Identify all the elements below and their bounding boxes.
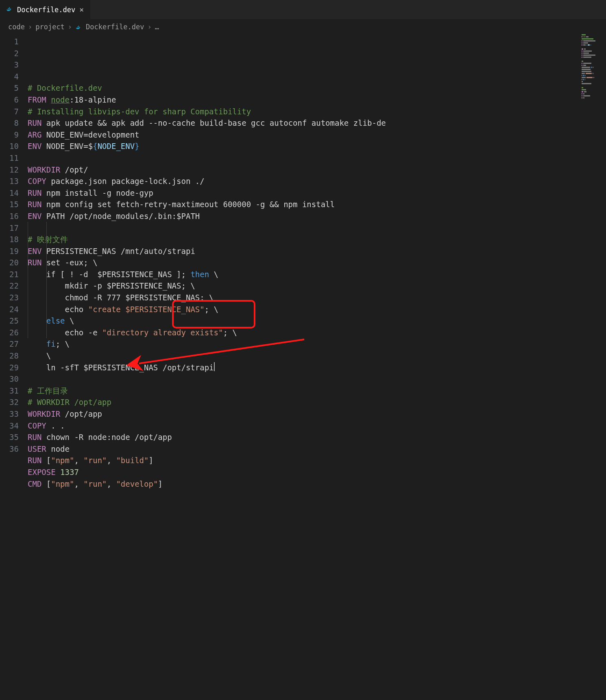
code-line[interactable]: RUN npm config set fetch-retry-maxtimeou… [28,199,606,210]
code-line[interactable] [28,373,606,385]
tab-bar: Dockerfile.dev × [0,0,606,20]
line-number: 10 [0,140,19,152]
minimap[interactable] [582,34,604,99]
breadcrumb[interactable]: code › project › Dockerfile.dev › … [0,20,606,34]
line-number: 15 [0,199,19,210]
line-number: 34 [0,420,19,432]
line-number: 29 [0,362,19,374]
code-content[interactable]: # Dockerfile.devFROM node:18-alpine# Ins… [28,36,606,501]
line-number: 31 [0,385,19,397]
code-line[interactable] [28,222,606,234]
chevron-right-icon: › [68,23,72,31]
code-line[interactable]: WORKDIR /opt/ [28,164,606,176]
line-number: 14 [0,187,19,199]
code-line[interactable]: ln -sfT $PERSISTENCE_NAS /opt/strapi [28,362,606,374]
editor-tab-active[interactable]: Dockerfile.dev × [0,0,91,19]
code-line[interactable]: RUN ["npm", "run", "build"] [28,455,606,466]
code-line[interactable]: \ [28,350,606,362]
line-number-gutter: 1234567891011121314151617181920212223242… [0,36,28,501]
code-line[interactable]: echo -e "directory already exists"; \ [28,327,606,339]
code-editor[interactable]: 1234567891011121314151617181920212223242… [0,34,606,501]
line-number: 36 [0,443,19,455]
line-number: 9 [0,129,19,141]
line-number: 19 [0,245,19,257]
line-number: 2 [0,48,19,59]
code-line[interactable]: RUN set -eux; \ [28,257,606,269]
code-line[interactable]: CMD ["npm", "run", "develop"] [28,478,606,490]
text-cursor [214,362,215,371]
line-number: 20 [0,257,19,269]
docker-icon [6,5,14,15]
docker-icon [75,23,83,31]
line-number: 25 [0,315,19,327]
code-line[interactable]: fi; \ [28,338,606,350]
code-line[interactable]: COPY package.json package-lock.json ./ [28,175,606,187]
chevron-right-icon: › [147,23,151,31]
code-line[interactable]: USER node [28,443,606,455]
code-line[interactable]: chmod -R 777 $PERSISTENCE_NAS; \ [28,292,606,304]
line-number: 5 [0,82,19,94]
line-number: 21 [0,269,19,280]
code-line[interactable]: ARG NODE_ENV=development [28,129,606,141]
code-line[interactable]: # 映射文件 [28,234,606,245]
breadcrumb-segment[interactable]: project [35,23,65,31]
code-line[interactable]: else \ [28,315,606,327]
code-line[interactable]: WORKDIR /opt/app [28,408,606,420]
breadcrumb-segment[interactable]: Dockerfile.dev [86,23,144,31]
line-number: 33 [0,408,19,420]
line-number: 7 [0,106,19,118]
line-number: 23 [0,292,19,304]
code-line[interactable]: EXPOSE 1337 [28,466,606,478]
code-line[interactable]: # WORKDIR /opt/app [28,396,606,408]
line-number: 24 [0,304,19,315]
line-number: 13 [0,175,19,187]
line-number: 1 [0,36,19,48]
close-icon[interactable]: × [78,5,85,14]
code-line[interactable]: # 工作目录 [28,385,606,397]
line-number: 18 [0,234,19,245]
breadcrumb-segment[interactable]: … [155,23,159,31]
line-number: 4 [0,71,19,83]
line-number: 32 [0,396,19,408]
breadcrumb-segment[interactable]: code [8,23,25,31]
code-line[interactable]: FROM node:18-alpine [28,94,606,106]
line-number: 22 [0,280,19,292]
code-line[interactable]: if [ ! -d $PERSISTENCE_NAS ]; then \ [28,269,606,280]
line-number: 30 [0,373,19,385]
code-line[interactable]: RUN apk update && apk add --no-cache bui… [28,117,606,129]
code-line[interactable]: # Dockerfile.dev [28,82,606,94]
code-line[interactable]: echo "create $PERSISTENCE_NAS"; \ [28,304,606,315]
line-number: 3 [0,59,19,71]
tab-filename: Dockerfile.dev [17,6,75,14]
code-line[interactable]: ENV PERSISTENCE_NAS /mnt/auto/strapi [28,245,606,257]
line-number: 26 [0,327,19,339]
line-number: 11 [0,152,19,164]
code-line[interactable]: # Installing libvips-dev for sharp Compa… [28,106,606,118]
code-line[interactable]: RUN chown -R node:node /opt/app [28,431,606,443]
line-number: 28 [0,350,19,362]
code-line[interactable]: ENV PATH /opt/node_modules/.bin:$PATH [28,210,606,222]
line-number: 17 [0,222,19,234]
line-number: 27 [0,338,19,350]
line-number: 8 [0,117,19,129]
code-line[interactable]: ENV NODE_ENV=${NODE_ENV} [28,140,606,152]
code-line[interactable] [28,152,606,164]
line-number: 6 [0,94,19,106]
code-line[interactable]: RUN npm install -g node-gyp [28,187,606,199]
code-line[interactable] [28,490,606,501]
line-number: 35 [0,431,19,443]
chevron-right-icon: › [28,23,32,31]
code-line[interactable]: COPY . . [28,420,606,432]
line-number: 12 [0,164,19,176]
code-line[interactable]: mkdir -p $PERSISTENCE_NAS; \ [28,280,606,292]
line-number: 16 [0,210,19,222]
